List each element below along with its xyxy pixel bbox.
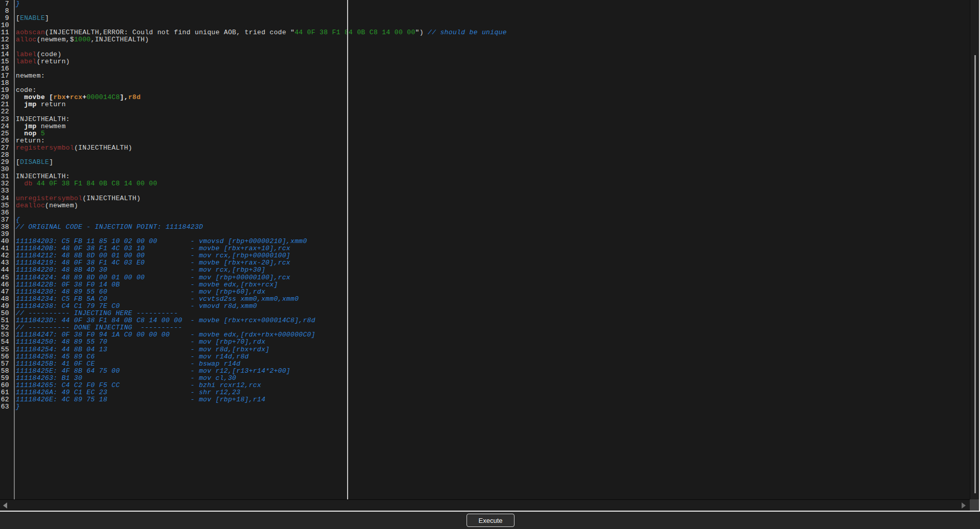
code-line[interactable]: 18 bbox=[0, 80, 970, 87]
script-editor[interactable]: 7}89[ENABLE]1011aobscan(INJECTHEALTH,ERR… bbox=[0, 0, 970, 499]
code-line[interactable]: 63} bbox=[0, 403, 970, 411]
code-line[interactable]: 4111118420B: 48 0F 38 F1 4C 03 10 - movb… bbox=[0, 245, 970, 252]
code-text: label(code) bbox=[14, 51, 62, 58]
code-line[interactable]: 5711118425B: 41 0F CE - bswap r14d bbox=[0, 360, 970, 368]
code-text: aobscan(INJECTHEALTH,ERROR: Could not fi… bbox=[14, 29, 507, 36]
code-line[interactable]: 49111184238: C4 C1 79 7E C0 - vmovd r8d,… bbox=[0, 303, 970, 310]
scroll-left-arrow-icon[interactable] bbox=[3, 502, 7, 509]
line-number: 8 bbox=[0, 8, 14, 15]
code-line[interactable]: 9[ENABLE] bbox=[0, 15, 970, 22]
line-number: 62 bbox=[0, 396, 14, 403]
code-line[interactable]: 45111184224: 48 89 8D 00 01 00 00 - mov … bbox=[0, 274, 970, 281]
line-number: 13 bbox=[0, 44, 14, 51]
code-line[interactable]: 54111184250: 48 89 55 70 - mov [rbp+70],… bbox=[0, 339, 970, 346]
code-line[interactable]: 6111118426A: 49 C1 EC 23 - shr r12,23 bbox=[0, 389, 970, 396]
code-line[interactable]: 30 bbox=[0, 166, 970, 173]
code-line[interactable]: 7} bbox=[0, 1, 970, 8]
code-line[interactable]: 13 bbox=[0, 44, 970, 51]
code-line[interactable]: 12alloc(newmem,$1000,INJECTHEALTH) bbox=[0, 36, 970, 43]
code-text: 11118423D: 44 0F 38 F1 84 0B C8 14 00 00… bbox=[14, 317, 315, 324]
code-line[interactable]: 56111184258: 45 89 C6 - mov r14d,r8d bbox=[0, 353, 970, 360]
horizontal-scrollbar[interactable] bbox=[0, 499, 970, 511]
code-line[interactable]: 35dealloc(newmem) bbox=[0, 202, 970, 209]
code-line[interactable]: 14label(code) bbox=[0, 51, 970, 58]
execute-button[interactable]: Execute bbox=[467, 514, 514, 527]
code-line[interactable]: 60111184265: C4 C2 F0 F5 CC - bzhi rcxr1… bbox=[0, 382, 970, 389]
code-line[interactable]: 24 jmp newmem bbox=[0, 123, 970, 130]
code-line[interactable]: 25 nop 5 bbox=[0, 130, 970, 137]
code-line[interactable]: 32 db 44 0F 38 F1 84 0B C8 14 00 00 bbox=[0, 180, 970, 187]
code-text: unregistersymbol(INJECTHEALTH) bbox=[14, 195, 141, 202]
code-line[interactable]: 28 bbox=[0, 152, 970, 159]
code-line[interactable]: 21 jmp return bbox=[0, 101, 970, 108]
code-line[interactable]: 39 bbox=[0, 231, 970, 238]
code-line[interactable]: 5111118423D: 44 0F 38 F1 84 0B C8 14 00 … bbox=[0, 317, 970, 324]
line-number: 56 bbox=[0, 353, 14, 360]
scroll-right-arrow-icon[interactable] bbox=[962, 502, 966, 509]
code-line[interactable]: 5811118425E: 4F 8B 64 75 00 - mov r12,[r… bbox=[0, 368, 970, 375]
code-line[interactable]: 22 bbox=[0, 108, 970, 115]
code-text: 111184238: C4 C1 79 7E C0 - vmovd r8d,xm… bbox=[14, 303, 257, 310]
code-line[interactable]: 31INJECTHEALTH: bbox=[0, 173, 970, 180]
code-text: // ---------- INJECTING HERE ---------- bbox=[14, 310, 178, 317]
line-number: 38 bbox=[0, 224, 14, 231]
code-line[interactable]: 8 bbox=[0, 8, 970, 15]
line-number: 40 bbox=[0, 238, 14, 245]
code-line[interactable]: 36 bbox=[0, 209, 970, 217]
code-text: 111184254: 44 8B 04 13 - mov r8d,[rbx+rd… bbox=[14, 346, 270, 353]
code-line[interactable]: 4611118422B: 0F 38 F0 14 0B - movbe edx,… bbox=[0, 281, 970, 288]
code-line[interactable]: 23INJECTHEALTH: bbox=[0, 116, 970, 123]
line-number: 39 bbox=[0, 231, 14, 238]
code-line[interactable]: 37{ bbox=[0, 217, 970, 224]
code-line[interactable]: 29[DISABLE] bbox=[0, 159, 970, 166]
code-line[interactable]: 27registersymbol(INJECTHEALTH) bbox=[0, 145, 970, 152]
line-number: 45 bbox=[0, 274, 14, 281]
code-text: 111184219: 48 0F 38 F1 4C 03 E0 - movbe … bbox=[14, 259, 290, 267]
code-line[interactable]: 10 bbox=[0, 22, 970, 29]
code-text: 111184212: 48 8B 8D 00 01 00 00 - mov rc… bbox=[14, 252, 290, 259]
code-text: [DISABLE] bbox=[14, 159, 53, 166]
line-number: 9 bbox=[0, 15, 14, 22]
code-line[interactable]: 42111184212: 48 8B 8D 00 01 00 00 - mov … bbox=[0, 252, 970, 259]
code-line[interactable]: 19code: bbox=[0, 87, 970, 94]
code-line[interactable]: 38// ORIGINAL CODE - INJECTION POINT: 11… bbox=[0, 224, 970, 231]
vertical-scrollbar[interactable] bbox=[970, 0, 979, 499]
code-text: 11118425B: 41 0F CE - bswap r14d bbox=[14, 360, 240, 368]
line-number: 53 bbox=[0, 331, 14, 339]
code-text: 111184263: B1 30 - mov cl,30 bbox=[14, 375, 236, 382]
vertical-scrollbar-thumb[interactable] bbox=[974, 55, 976, 493]
code-line[interactable]: 48111184234: C5 FB 5A C0 - vcvtsd2ss xmm… bbox=[0, 296, 970, 303]
line-number: 48 bbox=[0, 296, 14, 303]
code-text: 11118426E: 4C 89 75 18 - mov [rbp+18],r1… bbox=[14, 396, 265, 403]
code-line[interactable]: 50// ---------- INJECTING HERE ---------… bbox=[0, 310, 970, 317]
code-line[interactable]: 26return: bbox=[0, 137, 970, 145]
gutter-separator bbox=[14, 0, 15, 499]
code-line[interactable]: 11aobscan(INJECTHEALTH,ERROR: Could not … bbox=[0, 29, 970, 36]
code-line[interactable]: 20 movbe [rbx+rcx+000014C8],r8d bbox=[0, 94, 970, 101]
line-number: 35 bbox=[0, 202, 14, 209]
line-number: 58 bbox=[0, 368, 14, 375]
code-line[interactable]: 53111184247: 0F 38 F0 94 1A C0 00 00 00 … bbox=[0, 331, 970, 339]
code-line[interactable]: 16 bbox=[0, 65, 970, 73]
code-line[interactable]: 17newmem: bbox=[0, 73, 970, 80]
code-line[interactable]: 40111184203: C5 FB 11 85 10 02 00 00 - v… bbox=[0, 238, 970, 245]
code-line[interactable]: 52// ---------- DONE INJECTING ---------… bbox=[0, 324, 970, 331]
code-line[interactable]: 47111184230: 48 89 55 60 - mov [rbp+60],… bbox=[0, 288, 970, 296]
code-line[interactable]: 33 bbox=[0, 187, 970, 195]
code-line[interactable]: 34unregistersymbol(INJECTHEALTH) bbox=[0, 195, 970, 202]
code-line[interactable]: 59111184263: B1 30 - mov cl,30 bbox=[0, 375, 970, 382]
code-text: 111184250: 48 89 55 70 - mov [rbp+70],rd… bbox=[14, 339, 265, 346]
code-line[interactable]: 55111184254: 44 8B 04 13 - mov r8d,[rbx+… bbox=[0, 346, 970, 353]
code-line[interactable]: 6211118426E: 4C 89 75 18 - mov [rbp+18],… bbox=[0, 396, 970, 403]
code-text: // ---------- DONE INJECTING ---------- bbox=[14, 324, 182, 331]
code-text: 11118425E: 4F 8B 64 75 00 - mov r12,[r13… bbox=[14, 368, 290, 375]
code-text: 11118426A: 49 C1 EC 23 - shr r12,23 bbox=[14, 389, 240, 396]
code-text: 111184220: 48 8B 4D 30 - mov rcx,[rbp+30… bbox=[14, 267, 265, 274]
code-text: code: bbox=[14, 87, 37, 94]
code-text: 111184224: 48 89 8D 00 01 00 00 - mov [r… bbox=[14, 274, 290, 281]
line-number: 25 bbox=[0, 130, 14, 137]
code-line[interactable]: 15label(return) bbox=[0, 58, 970, 65]
code-text: alloc(newmem,$1000,INJECTHEALTH) bbox=[14, 36, 149, 43]
code-line[interactable]: 44111184220: 48 8B 4D 30 - mov rcx,[rbp+… bbox=[0, 267, 970, 274]
code-line[interactable]: 43111184219: 48 0F 38 F1 4C 03 E0 - movb… bbox=[0, 259, 970, 267]
